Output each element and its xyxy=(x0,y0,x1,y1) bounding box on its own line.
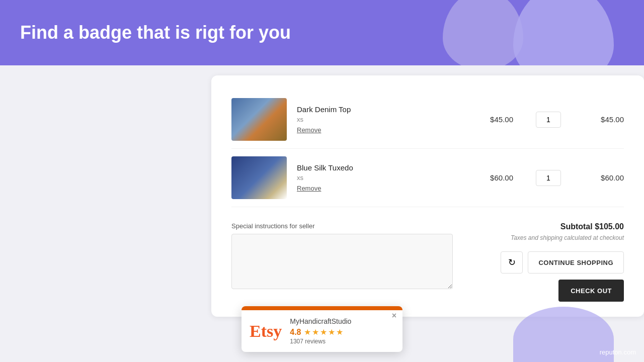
etsy-info: MyHandicraftStudio 4.8 ★★★★★ 1307 review… xyxy=(290,317,394,345)
item-qty-2 xyxy=(533,170,564,186)
blob-decoration-1 xyxy=(443,0,523,65)
item-qty-input-1[interactable] xyxy=(536,112,561,128)
etsy-badge-content: Etsy MyHandicraftStudio 4.8 ★★★★★ 1307 r… xyxy=(242,310,403,352)
cart-item-1: Dark Denim Top xs Remove $45.00 $45.00 xyxy=(231,90,624,149)
item-total-2: $60.00 xyxy=(584,173,624,182)
item-total-1: $45.00 xyxy=(584,115,624,124)
taxes-note: Taxes and shipping calculated at checkou… xyxy=(483,234,624,241)
etsy-logo: Etsy xyxy=(250,322,282,341)
item-size-2: xs xyxy=(297,174,463,182)
etsy-shop-name: MyHandicraftStudio xyxy=(290,317,394,325)
refresh-button[interactable]: ↻ xyxy=(501,251,523,274)
subtotal-label: Subtotal $105.00 xyxy=(483,222,624,231)
item-info-2: Blue Silk Tuxedo xs Remove xyxy=(297,163,463,192)
item-name-1: Dark Denim Top xyxy=(297,105,463,114)
instructions-textarea[interactable] xyxy=(231,234,453,289)
item-remove-2[interactable]: Remove xyxy=(297,185,463,192)
summary-right: Subtotal $105.00 Taxes and shipping calc… xyxy=(483,222,624,302)
item-unit-price-1: $45.00 xyxy=(463,115,513,124)
etsy-rating-row: 4.8 ★★★★★ xyxy=(290,327,394,337)
etsy-badge-top-bar xyxy=(242,306,403,310)
action-buttons: ↻ CONTINUE SHOPPING xyxy=(483,251,624,274)
instructions-left: Special instructions for seller xyxy=(231,222,453,291)
item-info-1: Dark Denim Top xs Remove xyxy=(297,105,463,134)
reputon-watermark: reputon.com xyxy=(600,348,636,356)
item-size-1: xs xyxy=(297,116,463,123)
instructions-label: Special instructions for seller xyxy=(231,222,453,230)
checkout-button[interactable]: CHECK OUT xyxy=(558,280,624,302)
header-banner: Find a badge that is rigt for you xyxy=(0,0,644,65)
header-title: Find a badge that is rigt for you xyxy=(20,22,291,43)
item-qty-input-2[interactable] xyxy=(536,170,561,186)
item-qty-1 xyxy=(533,112,564,128)
item-image-tuxedo xyxy=(231,156,287,199)
etsy-reviews: 1307 reviews xyxy=(290,338,394,345)
continue-shopping-button[interactable]: CONTINUE SHOPPING xyxy=(528,251,624,274)
cart-item-2: Blue Silk Tuxedo xs Remove $60.00 $60.00 xyxy=(231,149,624,207)
item-name-2: Blue Silk Tuxedo xyxy=(297,163,463,172)
blob-decoration-2 xyxy=(513,0,614,65)
etsy-stars: ★★★★★ xyxy=(304,327,344,337)
item-image-denim xyxy=(231,98,287,141)
item-remove-1[interactable]: Remove xyxy=(297,126,463,134)
etsy-close-button[interactable]: × xyxy=(392,311,396,320)
etsy-badge: Etsy MyHandicraftStudio 4.8 ★★★★★ 1307 r… xyxy=(242,306,403,352)
etsy-score: 4.8 xyxy=(290,328,301,337)
refresh-icon: ↻ xyxy=(508,257,516,268)
cart-card: Dark Denim Top xs Remove $45.00 $45.00 B… xyxy=(211,75,644,317)
item-unit-price-2: $60.00 xyxy=(463,173,513,182)
instructions-summary-section: Special instructions for seller Subtotal… xyxy=(231,222,624,302)
